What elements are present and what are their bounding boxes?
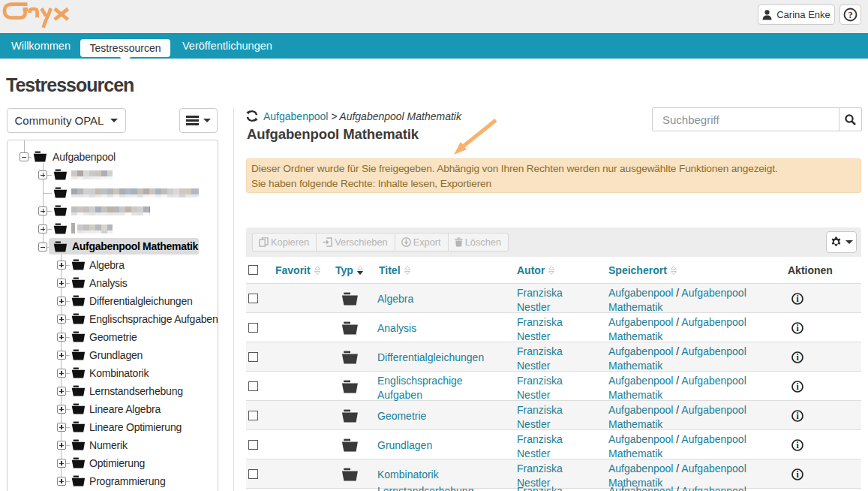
svg-text:i: i bbox=[796, 411, 799, 420]
svg-text:i: i bbox=[796, 441, 799, 450]
svg-text:i: i bbox=[796, 353, 799, 362]
svg-text:i: i bbox=[796, 470, 799, 479]
svg-text:i: i bbox=[796, 294, 799, 303]
svg-text:?: ? bbox=[848, 10, 852, 20]
svg-text:i: i bbox=[796, 324, 799, 333]
svg-text:i: i bbox=[796, 382, 799, 391]
